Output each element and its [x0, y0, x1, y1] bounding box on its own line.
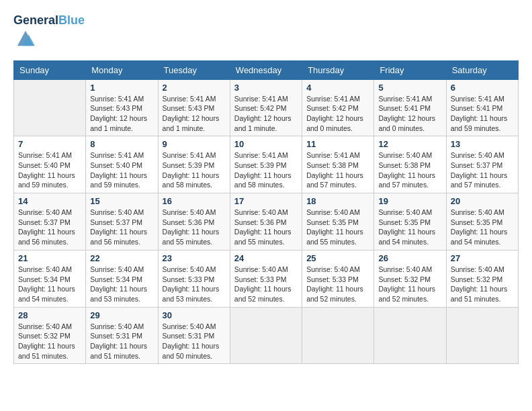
calendar-day-cell: 10 Sunrise: 5:41 AMSunset: 5:39 PMDaylig… — [230, 136, 302, 193]
calendar-day-cell: 4 Sunrise: 5:41 AMSunset: 5:42 PMDayligh… — [302, 79, 374, 136]
calendar-day-cell: 6 Sunrise: 5:41 AMSunset: 5:41 PMDayligh… — [446, 79, 518, 136]
day-info: Sunrise: 5:40 AMSunset: 5:37 PMDaylight:… — [451, 150, 514, 190]
calendar-day-cell — [14, 79, 86, 136]
calendar-body: 1 Sunrise: 5:41 AMSunset: 5:43 PMDayligh… — [14, 79, 519, 364]
day-number: 8 — [90, 139, 153, 149]
day-number: 30 — [163, 310, 226, 320]
day-info: Sunrise: 5:41 AMSunset: 5:40 PMDaylight:… — [90, 150, 153, 190]
day-info: Sunrise: 5:41 AMSunset: 5:42 PMDaylight:… — [234, 94, 298, 134]
calendar-week-row: 14 Sunrise: 5:40 AMSunset: 5:37 PMDaylig… — [14, 193, 519, 250]
calendar-weekday-header: Wednesday — [230, 60, 302, 79]
day-number: 16 — [163, 196, 226, 206]
day-info: Sunrise: 5:40 AMSunset: 5:32 PMDaylight:… — [18, 322, 81, 361]
logo-text: GeneralBlue — [13, 13, 85, 28]
calendar-day-cell: 29 Sunrise: 5:40 AMSunset: 5:31 PMDaylig… — [86, 307, 158, 364]
day-info: Sunrise: 5:41 AMSunset: 5:38 PMDaylight:… — [306, 150, 369, 190]
day-number: 6 — [451, 83, 514, 93]
day-number: 11 — [306, 139, 369, 149]
day-number: 15 — [90, 196, 153, 206]
calendar-weekday-header: Sunday — [14, 60, 86, 79]
day-info: Sunrise: 5:40 AMSunset: 5:31 PMDaylight:… — [90, 322, 153, 361]
calendar-day-cell: 20 Sunrise: 5:40 AMSunset: 5:35 PMDaylig… — [446, 193, 518, 250]
calendar-day-cell: 21 Sunrise: 5:40 AMSunset: 5:34 PMDaylig… — [14, 250, 86, 307]
day-info: Sunrise: 5:40 AMSunset: 5:31 PMDaylight:… — [163, 322, 226, 361]
day-info: Sunrise: 5:40 AMSunset: 5:35 PMDaylight:… — [306, 208, 369, 247]
calendar-day-cell: 12 Sunrise: 5:40 AMSunset: 5:38 PMDaylig… — [374, 136, 446, 193]
day-number: 28 — [18, 310, 81, 320]
day-info: Sunrise: 5:41 AMSunset: 5:39 PMDaylight:… — [163, 150, 226, 190]
calendar-day-cell: 3 Sunrise: 5:41 AMSunset: 5:42 PMDayligh… — [230, 79, 302, 136]
day-number: 9 — [163, 139, 226, 149]
logo-icon — [16, 28, 35, 47]
day-info: Sunrise: 5:40 AMSunset: 5:38 PMDaylight:… — [378, 150, 441, 190]
day-number: 7 — [18, 139, 81, 149]
day-info: Sunrise: 5:40 AMSunset: 5:37 PMDaylight:… — [18, 208, 81, 247]
day-info: Sunrise: 5:40 AMSunset: 5:36 PMDaylight:… — [234, 208, 298, 247]
calendar-day-cell: 18 Sunrise: 5:40 AMSunset: 5:35 PMDaylig… — [302, 193, 374, 250]
calendar-day-cell: 2 Sunrise: 5:41 AMSunset: 5:43 PMDayligh… — [158, 79, 230, 136]
calendar-header-row: SundayMondayTuesdayWednesdayThursdayFrid… — [14, 60, 519, 79]
day-info: Sunrise: 5:40 AMSunset: 5:35 PMDaylight:… — [451, 208, 514, 247]
day-number: 1 — [90, 83, 153, 93]
day-info: Sunrise: 5:40 AMSunset: 5:32 PMDaylight:… — [451, 265, 514, 304]
day-number: 10 — [234, 139, 298, 149]
calendar-day-cell: 16 Sunrise: 5:40 AMSunset: 5:36 PMDaylig… — [158, 193, 230, 250]
day-info: Sunrise: 5:40 AMSunset: 5:36 PMDaylight:… — [163, 208, 226, 247]
calendar-weekday-header: Saturday — [446, 60, 518, 79]
calendar-weekday-header: Tuesday — [158, 60, 230, 79]
day-info: Sunrise: 5:40 AMSunset: 5:33 PMDaylight:… — [306, 265, 369, 304]
day-number: 27 — [451, 253, 514, 263]
day-info: Sunrise: 5:41 AMSunset: 5:41 PMDaylight:… — [378, 94, 441, 134]
calendar-day-cell: 13 Sunrise: 5:40 AMSunset: 5:37 PMDaylig… — [446, 136, 518, 193]
day-info: Sunrise: 5:40 AMSunset: 5:33 PMDaylight:… — [234, 265, 298, 304]
calendar-day-cell: 7 Sunrise: 5:41 AMSunset: 5:40 PMDayligh… — [14, 136, 86, 193]
calendar-day-cell: 8 Sunrise: 5:41 AMSunset: 5:40 PMDayligh… — [86, 136, 158, 193]
day-number: 22 — [90, 253, 153, 263]
day-number: 13 — [451, 139, 514, 149]
calendar-day-cell: 24 Sunrise: 5:40 AMSunset: 5:33 PMDaylig… — [230, 250, 302, 307]
day-info: Sunrise: 5:41 AMSunset: 5:41 PMDaylight:… — [451, 94, 514, 134]
day-number: 25 — [306, 253, 369, 263]
day-number: 5 — [378, 83, 441, 93]
day-info: Sunrise: 5:41 AMSunset: 5:40 PMDaylight:… — [18, 150, 81, 190]
day-info: Sunrise: 5:41 AMSunset: 5:43 PMDaylight:… — [163, 94, 226, 134]
calendar-day-cell: 1 Sunrise: 5:41 AMSunset: 5:43 PMDayligh… — [86, 79, 158, 136]
calendar-weekday-header: Thursday — [302, 60, 374, 79]
day-info: Sunrise: 5:41 AMSunset: 5:43 PMDaylight:… — [90, 94, 153, 134]
calendar-day-cell: 27 Sunrise: 5:40 AMSunset: 5:32 PMDaylig… — [446, 250, 518, 307]
calendar-week-row: 1 Sunrise: 5:41 AMSunset: 5:43 PMDayligh… — [14, 79, 519, 136]
calendar-table: SundayMondayTuesdayWednesdayThursdayFrid… — [13, 60, 519, 365]
day-number: 4 — [306, 83, 369, 93]
calendar-day-cell — [374, 307, 446, 364]
logo: GeneralBlue — [13, 13, 85, 50]
calendar-day-cell: 26 Sunrise: 5:40 AMSunset: 5:32 PMDaylig… — [374, 250, 446, 307]
calendar-day-cell: 11 Sunrise: 5:41 AMSunset: 5:38 PMDaylig… — [302, 136, 374, 193]
calendar-week-row: 28 Sunrise: 5:40 AMSunset: 5:32 PMDaylig… — [14, 307, 519, 364]
calendar-weekday-header: Friday — [374, 60, 446, 79]
calendar-weekday-header: Monday — [86, 60, 158, 79]
day-number: 18 — [306, 196, 369, 206]
calendar-day-cell — [302, 307, 374, 364]
day-info: Sunrise: 5:40 AMSunset: 5:37 PMDaylight:… — [90, 208, 153, 247]
day-number: 24 — [234, 253, 298, 263]
calendar-day-cell: 15 Sunrise: 5:40 AMSunset: 5:37 PMDaylig… — [86, 193, 158, 250]
day-number: 29 — [90, 310, 153, 320]
day-number: 20 — [451, 196, 514, 206]
day-number: 26 — [378, 253, 441, 263]
calendar-day-cell — [446, 307, 518, 364]
day-number: 17 — [234, 196, 298, 206]
calendar-day-cell — [230, 307, 302, 364]
calendar-day-cell: 19 Sunrise: 5:40 AMSunset: 5:35 PMDaylig… — [374, 193, 446, 250]
calendar-day-cell: 25 Sunrise: 5:40 AMSunset: 5:33 PMDaylig… — [302, 250, 374, 307]
day-number: 2 — [163, 83, 226, 93]
day-info: Sunrise: 5:41 AMSunset: 5:42 PMDaylight:… — [306, 94, 369, 134]
calendar-day-cell: 9 Sunrise: 5:41 AMSunset: 5:39 PMDayligh… — [158, 136, 230, 193]
day-info: Sunrise: 5:40 AMSunset: 5:34 PMDaylight:… — [18, 265, 81, 304]
calendar-day-cell: 30 Sunrise: 5:40 AMSunset: 5:31 PMDaylig… — [158, 307, 230, 364]
day-info: Sunrise: 5:41 AMSunset: 5:39 PMDaylight:… — [234, 150, 298, 190]
day-number: 21 — [18, 253, 81, 263]
calendar-day-cell: 22 Sunrise: 5:40 AMSunset: 5:34 PMDaylig… — [86, 250, 158, 307]
calendar-day-cell: 23 Sunrise: 5:40 AMSunset: 5:33 PMDaylig… — [158, 250, 230, 307]
day-number: 14 — [18, 196, 81, 206]
calendar-week-row: 7 Sunrise: 5:41 AMSunset: 5:40 PMDayligh… — [14, 136, 519, 193]
